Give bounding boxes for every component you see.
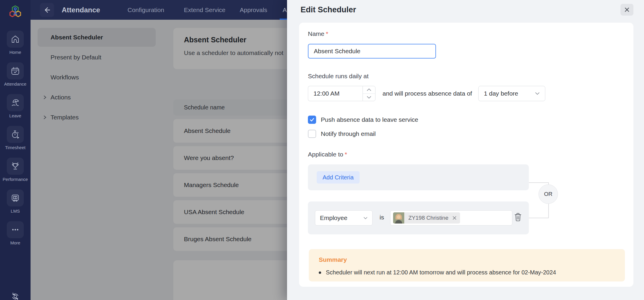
sidebar-sync-button[interactable]: [0, 291, 31, 300]
avatar: [393, 212, 404, 224]
sidebar-item-label: Attendance: [4, 81, 26, 86]
or-connector-line: [529, 182, 549, 183]
sidebar-item-label: Home: [9, 50, 21, 55]
sidebar-item-more[interactable]: More: [7, 221, 24, 245]
checkbox-unchecked[interactable]: [308, 130, 316, 138]
criteria-operator: is: [380, 214, 384, 221]
close-button[interactable]: [620, 4, 633, 16]
back-arrow-icon: [43, 6, 51, 14]
checkbox-label: Notify through email: [321, 130, 376, 137]
criteria-field-value: Employee: [320, 214, 347, 221]
name-label: Name*: [308, 30, 328, 37]
chevron-down-icon: [367, 96, 371, 99]
lms-icon: [11, 193, 20, 203]
delete-criteria-button[interactable]: [514, 213, 522, 221]
app-sidebar: Home Attendance Leave Timesheet Performa…: [0, 0, 31, 300]
criteria-row-box: Employee is ZY198 Christine: [308, 201, 529, 234]
criteria-group-box: Add Criteria: [308, 164, 529, 190]
close-icon: [624, 7, 630, 13]
time-stepper: [363, 86, 375, 101]
trash-icon: [514, 213, 522, 221]
applicable-to-label: Applicable to*: [308, 151, 347, 158]
zoho-people-logo: [8, 4, 23, 19]
employee-chip-label: ZY198 Christine: [404, 215, 452, 221]
modal-title: Edit Scheduler: [301, 5, 356, 14]
umbrella-icon: [11, 98, 20, 107]
edit-scheduler-panel: Edit Scheduler Name* Schedule runs daily…: [287, 0, 644, 300]
tab-active-cutoff[interactable]: A: [283, 6, 287, 14]
chevron-down-icon: [363, 217, 368, 219]
or-badge: OR: [539, 184, 558, 204]
tab-extend-service[interactable]: Extend Service: [184, 6, 225, 14]
add-criteria-button[interactable]: Add Criteria: [317, 171, 360, 184]
employee-chip-input[interactable]: ZY198 Christine: [390, 210, 512, 226]
page-title: Attendance: [62, 6, 100, 14]
required-asterisk: *: [326, 30, 328, 37]
employee-chip: ZY198 Christine: [393, 212, 460, 224]
day-before-select[interactable]: 1 day before: [478, 86, 545, 101]
criteria-field-select[interactable]: Employee: [315, 210, 373, 226]
stepper-down-button[interactable]: [363, 94, 375, 101]
day-before-value: 1 day before: [484, 90, 518, 97]
calendar-check-icon: [11, 66, 20, 76]
sidebar-item-home[interactable]: Home: [7, 31, 24, 55]
back-button[interactable]: [40, 3, 54, 17]
required-asterisk: *: [345, 151, 347, 158]
checkbox-label: Push absence data to leave service: [321, 116, 418, 123]
trophy-icon: [11, 161, 20, 171]
bullet-icon: [319, 271, 321, 274]
sidebar-item-label: More: [10, 240, 20, 245]
process-absence-text: and will process absence data of: [383, 90, 472, 97]
sync-icon: [9, 291, 21, 300]
push-absence-checkbox-row[interactable]: Push absence data to leave service: [308, 116, 418, 124]
summary-box: Summary Scheduler will next run at 12:00…: [309, 249, 625, 281]
name-input[interactable]: [308, 44, 436, 59]
sidebar-item-label: Leave: [9, 113, 21, 118]
summary-text: Scheduler will next run at 12:00 AM tomo…: [326, 269, 556, 276]
notify-email-checkbox-row[interactable]: Notify through email: [308, 130, 376, 138]
sidebar-item-attendance[interactable]: Attendance: [4, 62, 26, 86]
sidebar-item-label: Performance: [3, 177, 28, 182]
sidebar-item-label: Timesheet: [5, 145, 25, 150]
stopwatch-icon: [11, 130, 20, 139]
chevron-up-icon: [367, 88, 371, 91]
schedule-runs-label: Schedule runs daily at: [308, 73, 369, 80]
summary-title: Summary: [319, 256, 615, 263]
tab-approvals[interactable]: Approvals: [240, 6, 267, 14]
checkbox-checked[interactable]: [308, 116, 316, 124]
check-icon: [309, 117, 315, 122]
sidebar-item-label: LMS: [11, 209, 20, 214]
chip-remove-icon[interactable]: [452, 216, 460, 220]
time-input[interactable]: 12:00 AM: [308, 86, 363, 101]
sidebar-item-leave[interactable]: Leave: [7, 94, 24, 118]
chevron-down-icon: [535, 92, 540, 95]
sidebar-item-performance[interactable]: Performance: [3, 158, 28, 182]
home-icon: [11, 34, 20, 44]
sidebar-item-timesheet[interactable]: Timesheet: [5, 126, 25, 150]
more-dots-icon: [11, 225, 20, 234]
sidebar-item-lms[interactable]: LMS: [7, 189, 24, 214]
edit-scheduler-form-card: Name* Schedule runs daily at 12:00 AM an…: [299, 23, 633, 287]
tab-configuration[interactable]: Configuration: [128, 6, 164, 14]
or-connector-line: [529, 218, 549, 218]
stepper-up-button[interactable]: [363, 86, 375, 94]
